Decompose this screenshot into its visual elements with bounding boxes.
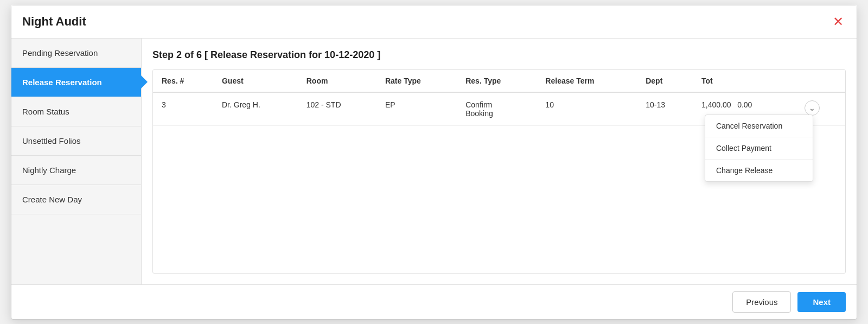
dropdown-change-release[interactable]: Change Release: [705, 160, 813, 181]
cell-dept: 10-13: [637, 92, 693, 126]
cell-room: 102 - STD: [298, 92, 376, 126]
context-dropdown-menu: Cancel Reservation Collect Payment Chang…: [705, 115, 813, 182]
modal-body: Pending Reservation Release Reservation …: [11, 39, 857, 284]
step-title: Step 2 of 6 [ Release Reservation for 10…: [152, 49, 846, 61]
col-guest: Guest: [213, 70, 298, 92]
dropdown-collect-payment[interactable]: Collect Payment: [705, 137, 813, 160]
col-action: [796, 70, 845, 92]
modal-footer: Previous Next: [11, 284, 857, 319]
cell-res-num: 3: [153, 92, 213, 126]
main-content: Step 2 of 6 [ Release Reservation for 10…: [142, 39, 857, 284]
col-dept: Dept: [637, 70, 693, 92]
col-total: Tot: [693, 70, 796, 92]
night-audit-modal: Night Audit ✕ Pending Reservation Releas…: [11, 5, 857, 320]
modal-header: Night Audit ✕: [11, 5, 857, 39]
sidebar-item-pending-reservation[interactable]: Pending Reservation: [11, 39, 141, 68]
sidebar-item-nightly-charge[interactable]: Nightly Charge: [11, 156, 141, 185]
sidebar-item-room-status[interactable]: Room Status: [11, 97, 141, 126]
dropdown-cancel-reservation[interactable]: Cancel Reservation: [705, 115, 813, 137]
col-rate-type: Rate Type: [376, 70, 457, 92]
sidebar: Pending Reservation Release Reservation …: [11, 39, 142, 284]
col-res-num: Res. #: [153, 70, 213, 92]
cell-res-type: ConfirmBooking: [457, 92, 537, 126]
previous-button[interactable]: Previous: [732, 291, 791, 313]
row-action-button[interactable]: ⌄: [805, 100, 820, 116]
close-button[interactable]: ✕: [831, 13, 846, 30]
modal-title: Night Audit: [22, 15, 86, 29]
sidebar-item-unsettled-folios[interactable]: Unsettled Folios: [11, 126, 141, 156]
col-room: Room: [298, 70, 376, 92]
table-header-row: Res. # Guest Room Rate Type Res. Type Re…: [153, 70, 845, 92]
sidebar-item-create-new-day[interactable]: Create New Day: [11, 185, 141, 214]
col-res-type: Res. Type: [457, 70, 537, 92]
cell-rate-type: EP: [376, 92, 457, 126]
col-release-term: Release Term: [537, 70, 637, 92]
cell-guest: Dr. Greg H.: [213, 92, 298, 126]
sidebar-item-release-reservation[interactable]: Release Reservation: [11, 68, 141, 97]
cell-release-term: 10: [537, 92, 637, 126]
next-button[interactable]: Next: [797, 292, 846, 312]
